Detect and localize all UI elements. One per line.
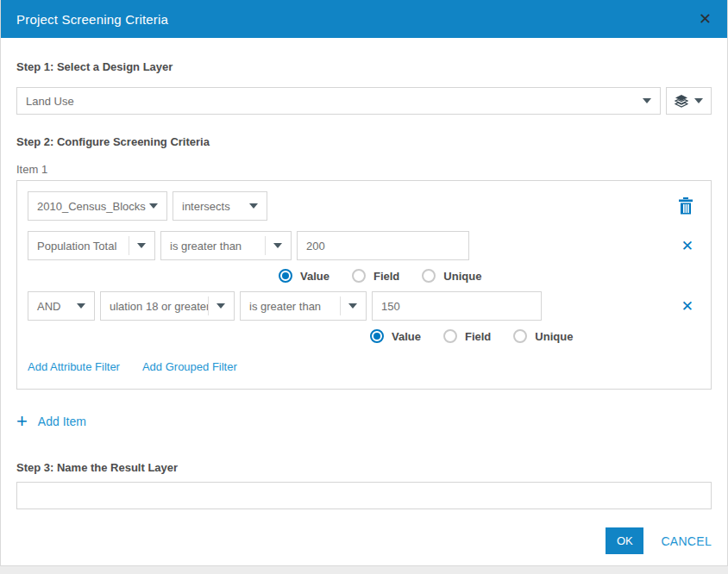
item-1-label: Item 1 — [16, 163, 712, 176]
add-item-link[interactable]: Add Item — [38, 415, 86, 428]
divider — [265, 236, 266, 255]
filter2-value-input[interactable] — [372, 291, 542, 321]
spatial-filter-row: 2010_Census_Blocks intersects — [28, 191, 700, 221]
dialog-header: Project Screening Criteria ✕ — [1, 0, 727, 38]
divider — [208, 296, 209, 315]
radio-unselected-icon — [352, 269, 366, 283]
radio-label: Unique — [443, 270, 481, 283]
add-attribute-filter-link[interactable]: Add Attribute Filter — [28, 360, 120, 373]
filter2-field-select[interactable]: ulation 18 or greater — [100, 291, 235, 321]
layers-icon — [675, 95, 688, 108]
filter1-mode-value-radio[interactable]: Value — [279, 269, 329, 283]
remove-filter1-icon[interactable]: ✕ — [681, 239, 693, 253]
filter2-mode-field-radio[interactable]: Field — [443, 329, 491, 343]
screening-layer-value: 2010_Census_Blocks — [37, 200, 146, 213]
filter2-mode-value-radio[interactable]: Value — [370, 329, 421, 343]
radio-selected-icon — [370, 329, 384, 343]
spatial-operator-select[interactable]: intersects — [173, 191, 267, 221]
filter2-operator-value: is greater than — [249, 300, 321, 313]
step1-label: Step 1: Select a Design Layer — [16, 60, 712, 73]
divider — [129, 236, 129, 255]
spatial-operator-value: intersects — [182, 200, 230, 213]
filter2-mode-options: Value Field Unique — [370, 329, 700, 343]
radio-label: Value — [392, 330, 421, 343]
radio-label: Field — [373, 270, 399, 283]
screening-layer-select[interactable]: 2010_Census_Blocks — [28, 191, 167, 221]
chevron-down-icon — [249, 203, 258, 209]
dialog-footer: OK CANCEL — [606, 527, 712, 554]
filter1-mode-options: Value Field Unique — [279, 269, 700, 283]
filter2-operator-select[interactable]: is greater than — [240, 291, 367, 321]
radio-label: Value — [300, 270, 329, 283]
filter1-mode-unique-radio[interactable]: Unique — [422, 269, 481, 283]
divider — [340, 296, 341, 315]
add-filter-links: Add Attribute Filter Add Grouped Filter — [28, 360, 700, 373]
ok-button[interactable]: OK — [606, 527, 643, 554]
chevron-down-icon — [137, 243, 146, 248]
plus-icon: + — [16, 412, 28, 431]
screening-item-1: 2010_Census_Blocks intersects — [16, 180, 712, 390]
design-layer-row: Land Use — [16, 87, 712, 115]
chevron-down-icon — [217, 303, 225, 309]
chevron-down-icon — [694, 98, 703, 103]
attribute-filter-row-2: AND ulation 18 or greater is greater tha… — [28, 291, 700, 321]
remove-filter2-icon[interactable]: ✕ — [681, 299, 693, 314]
dialog-title: Project Screening Criteria — [16, 12, 168, 27]
project-screening-criteria-dialog: Project Screening Criteria ✕ Step 1: Sel… — [0, 0, 728, 566]
design-layer-select[interactable]: Land Use — [16, 87, 661, 115]
radio-unselected-icon — [513, 329, 527, 343]
step2-label: Step 2: Configure Screening Criteria — [16, 135, 712, 148]
radio-unselected-icon — [422, 269, 436, 283]
radio-unselected-icon — [443, 329, 457, 343]
filter1-field-value: Population Total — [37, 240, 116, 253]
filter1-value-input[interactable] — [297, 231, 469, 260]
dialog-body: Step 1: Select a Design Layer Land Use S… — [1, 60, 727, 509]
chevron-down-icon — [643, 98, 651, 103]
design-layer-select-value: Land Use — [26, 95, 74, 108]
filter1-field-select[interactable]: Population Total — [28, 231, 155, 260]
chevron-down-icon — [348, 303, 357, 309]
filter2-join-select[interactable]: AND — [28, 291, 95, 321]
filter2-mode-unique-radio[interactable]: Unique — [513, 329, 573, 343]
filter1-operator-value: is greater than — [170, 240, 242, 253]
radio-label: Field — [465, 330, 491, 343]
radio-label: Unique — [535, 330, 573, 343]
layer-list-button[interactable] — [666, 87, 712, 115]
step3-label: Step 3: Name the Result Layer — [16, 461, 712, 474]
add-item-row: + Add Item — [16, 412, 712, 431]
filter2-join-value: AND — [37, 300, 60, 313]
chevron-down-icon — [77, 303, 85, 309]
result-layer-name-input[interactable] — [16, 482, 712, 509]
filter2-field-value: ulation 18 or greater — [110, 300, 208, 313]
add-grouped-filter-link[interactable]: Add Grouped Filter — [142, 360, 237, 373]
filter1-mode-field-radio[interactable]: Field — [352, 269, 399, 283]
close-icon[interactable]: ✕ — [699, 11, 712, 27]
filter1-operator-select[interactable]: is greater than — [160, 231, 292, 260]
chevron-down-icon — [149, 203, 158, 209]
cancel-button[interactable]: CANCEL — [661, 534, 712, 548]
chevron-down-icon — [273, 243, 282, 248]
attribute-filter-row-1: Population Total is greater than ✕ — [28, 231, 700, 260]
delete-item-icon[interactable] — [678, 197, 693, 215]
radio-selected-icon — [279, 269, 292, 283]
